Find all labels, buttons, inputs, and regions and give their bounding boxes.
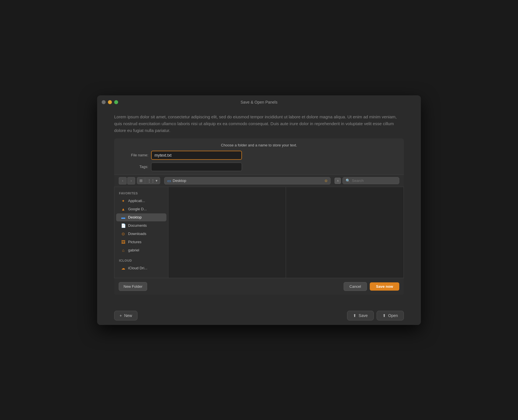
location-folder-icon: ▭ xyxy=(167,178,171,183)
location-dropdown-icon: ⊙ xyxy=(325,179,327,183)
sidebar-item-documents[interactable]: 📄 Documents xyxy=(116,222,166,230)
dialog-footer: New Folder Cancel Save now xyxy=(114,278,404,295)
main-window: Save & Open Panels Lorem ipsum dolor sit… xyxy=(97,95,421,325)
lorem-paragraph: Lorem ipsum dolor sit amet, consectetur … xyxy=(114,114,404,134)
search-bar: 🔍 xyxy=(342,177,399,184)
sidebar-item-label-desktop: Desktop xyxy=(128,215,142,219)
grid-dropdown-icon: ▾ xyxy=(156,178,158,183)
favorites-label: Favorites xyxy=(114,190,168,197)
google-drive-icon: ▲ xyxy=(121,207,126,211)
footer-left: New Folder xyxy=(119,282,147,291)
sidebar-item-label-pictures: Pictures xyxy=(128,240,141,244)
sidebar-item-applications[interactable]: ✦ Applicati... xyxy=(116,197,166,205)
save-icon: ⬆ xyxy=(353,313,356,318)
nav-back-button[interactable]: ‹ xyxy=(119,177,127,184)
icloud-icon: ☁ xyxy=(121,266,126,270)
sidebar-item-label-icloud: iCloud Dri... xyxy=(128,266,147,270)
nav-forward-button[interactable]: › xyxy=(127,177,135,184)
window-title: Save & Open Panels xyxy=(241,100,277,104)
dialog-header: Choose a folder and a name to store your… xyxy=(114,138,404,151)
documents-icon: 📄 xyxy=(121,223,126,228)
save-dialog: Choose a folder and a name to store your… xyxy=(114,138,404,295)
grid-view-button[interactable]: ⋮⋮ ▾ xyxy=(145,177,160,184)
main-content-area xyxy=(168,187,404,278)
expand-button[interactable]: ∧ xyxy=(335,178,341,184)
dialog-toolbar: ‹ › ⊞ ⋮⋮ ▾ ▭ Desktop ⊙ ∧ � xyxy=(114,175,404,187)
sidebar-item-label-documents: Documents xyxy=(128,223,147,228)
maximize-button[interactable] xyxy=(114,100,118,104)
file-name-input[interactable] xyxy=(151,151,242,160)
grid-view-icon: ⋮⋮ xyxy=(147,178,155,183)
file-name-row: File name: xyxy=(126,151,392,160)
sidebar-item-gabriel[interactable]: ⌂ gabriel xyxy=(116,246,166,254)
footer-right: Cancel Save now xyxy=(344,282,399,291)
icloud-label: iCloud xyxy=(114,258,168,264)
file-browser: Favorites ✦ Applicati... ▲ Google D... ▬… xyxy=(114,187,404,278)
sidebar: Favorites ✦ Applicati... ▲ Google D... ▬… xyxy=(114,187,168,278)
open-label: Open xyxy=(388,313,398,318)
location-bar[interactable]: ▭ Desktop ⊙ xyxy=(164,177,331,184)
tags-row: Tags: xyxy=(126,163,392,171)
home-icon: ⌂ xyxy=(121,248,126,253)
cancel-button[interactable]: Cancel xyxy=(344,282,367,291)
sidebar-item-label-google-drive: Google D... xyxy=(128,207,147,211)
sidebar-item-icloud-drive[interactable]: ☁ iCloud Dri... xyxy=(116,264,166,272)
new-folder-button[interactable]: New Folder xyxy=(119,282,147,291)
file-name-label: File name: xyxy=(126,153,148,157)
sidebar-item-desktop[interactable]: ▬ Desktop xyxy=(116,213,166,221)
column-view-button[interactable]: ⊞ xyxy=(137,177,145,184)
sidebar-item-label-applications: Applicati... xyxy=(128,199,145,203)
applications-icon: ✦ xyxy=(121,199,126,203)
pictures-icon: 🖼 xyxy=(121,240,126,244)
sidebar-item-google-drive[interactable]: ▲ Google D... xyxy=(116,205,166,213)
spacer xyxy=(97,295,421,302)
sidebar-item-pictures[interactable]: 🖼 Pictures xyxy=(116,238,166,246)
new-document-button[interactable]: + New xyxy=(114,311,137,320)
save-button[interactable]: ⬆ Save xyxy=(347,311,374,320)
sidebar-item-label-gabriel: gabriel xyxy=(128,248,139,252)
column-view-icon: ⊞ xyxy=(139,178,143,183)
lorem-text: Lorem ipsum dolor sit amet, consectetur … xyxy=(97,109,421,138)
titlebar: Save & Open Panels xyxy=(97,95,421,109)
expand-icon: ∧ xyxy=(337,179,339,182)
window-controls xyxy=(102,100,118,104)
dialog-form: File name: Tags: xyxy=(114,151,404,175)
new-label: New xyxy=(124,313,132,318)
sidebar-item-downloads[interactable]: ⊙ Downloads xyxy=(116,230,166,238)
nav-buttons: ‹ › xyxy=(119,177,135,184)
downloads-icon: ⊙ xyxy=(121,232,126,236)
close-button[interactable] xyxy=(102,100,106,104)
plus-icon: + xyxy=(120,313,122,318)
bottom-right: ⬆ Save ⬆ Open xyxy=(347,311,404,320)
file-pane-left[interactable] xyxy=(168,187,286,278)
search-icon: 🔍 xyxy=(346,178,350,183)
location-text: Desktop xyxy=(173,178,323,183)
save-label: Save xyxy=(359,313,368,318)
sidebar-item-label-downloads: Downloads xyxy=(128,232,146,236)
tags-label: Tags: xyxy=(126,165,148,169)
desktop-icon: ▬ xyxy=(121,215,126,220)
minimize-button[interactable] xyxy=(108,100,112,104)
open-icon: ⬆ xyxy=(383,313,386,318)
view-toggle: ⊞ ⋮⋮ ▾ xyxy=(137,177,160,184)
open-button[interactable]: ⬆ Open xyxy=(377,311,404,320)
search-input[interactable] xyxy=(352,178,392,183)
tags-input[interactable] xyxy=(151,163,242,171)
bottom-bar: + New ⬆ Save ⬆ Open xyxy=(97,306,421,325)
save-now-button[interactable]: Save now xyxy=(370,282,399,291)
file-pane-right[interactable] xyxy=(286,187,404,278)
file-panes xyxy=(168,187,404,278)
bottom-left: + New xyxy=(114,311,137,320)
